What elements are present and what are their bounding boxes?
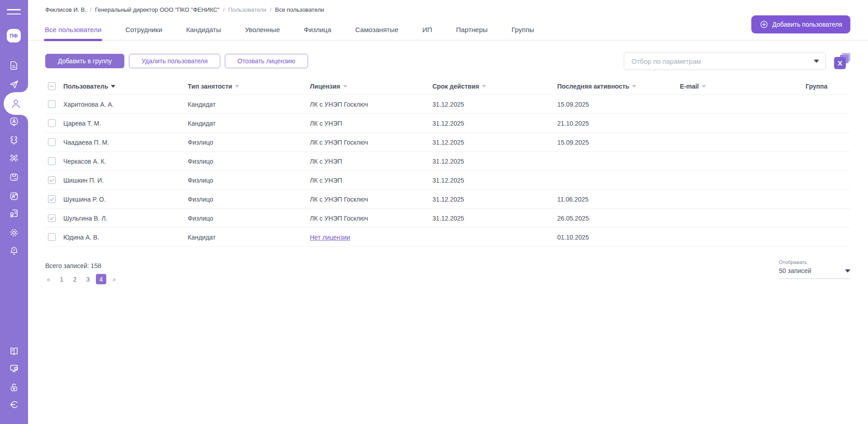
sidebar-item-integrations[interactable]: [0, 134, 28, 146]
cell-user: Юдина А. В.: [63, 234, 188, 241]
tab-partners[interactable]: Партнеры: [456, 19, 488, 40]
notifications-icon: [9, 245, 19, 256]
delete-user-button[interactable]: Удалить пользователя: [129, 54, 220, 68]
sidebar-item-logout[interactable]: [0, 398, 28, 411]
tab-ip[interactable]: ИП: [422, 19, 432, 40]
sort-icon[interactable]: [482, 85, 486, 88]
add-to-group-button[interactable]: Добавить в группу: [45, 54, 124, 68]
cell-type: Физлицо: [188, 196, 310, 203]
cell-type: Физлицо: [188, 177, 310, 184]
column-last-activity[interactable]: Последняя активность: [557, 83, 636, 90]
breadcrumb-current: Все пользователи: [275, 6, 324, 13]
page-2-button[interactable]: 2: [70, 274, 80, 284]
toolbar: Добавить в группу Удалить пользователя О…: [45, 52, 850, 70]
table-row[interactable]: Шукшина Р. О. Физлицо ЛК с УНЭП Госключ …: [45, 190, 850, 209]
records-per-page-select[interactable]: Отображать 50 записей: [779, 259, 850, 279]
column-term[interactable]: Срок действия: [432, 83, 486, 90]
sidebar-item-add-contact[interactable]: [0, 190, 28, 203]
tab-all-users[interactable]: Все пользователи: [45, 19, 101, 40]
chevron-down-icon[interactable]: [845, 269, 850, 273]
table-header-row: Пользователь Тип занятости Лицензия Срок…: [45, 78, 850, 95]
user-management-app: ПФ: [0, 0, 868, 424]
table-row[interactable]: Царева Т. М. Кандидат ЛК с УНЭП 31.12.20…: [45, 114, 850, 133]
sort-icon[interactable]: [111, 85, 115, 88]
tab-self-employed[interactable]: Самозанятые: [355, 19, 398, 40]
row-checkbox[interactable]: [48, 214, 56, 222]
page-3-button[interactable]: 3: [83, 274, 93, 284]
sidebar-item-id-badge[interactable]: [0, 115, 28, 128]
table-row[interactable]: Шишкин П. И. Физлицо ЛК с УНЭП 31.12.202…: [45, 171, 850, 190]
add-contact-icon: [9, 191, 19, 202]
tab-candidates[interactable]: Кандидаты: [186, 19, 221, 40]
page-prev-button[interactable]: «: [43, 274, 54, 284]
tab-groups[interactable]: Группы: [512, 19, 534, 40]
sort-icon[interactable]: [235, 85, 239, 88]
column-employment-type[interactable]: Тип занятости: [188, 83, 239, 90]
cell-user: Чаадаева П. М.: [63, 139, 188, 146]
table-row[interactable]: Юдина А. В. Кандидат Нет лицензии 01.10.…: [45, 228, 850, 247]
sort-icon[interactable]: [343, 85, 347, 88]
sidebar-item-notifications[interactable]: [0, 245, 28, 257]
cell-user: Черкасов А. К.: [63, 158, 188, 165]
sidebar-item-certificates[interactable]: [0, 207, 28, 220]
select-all-checkbox[interactable]: [48, 82, 56, 90]
page-1-button[interactable]: 1: [57, 274, 67, 284]
column-user[interactable]: Пользователь: [63, 83, 115, 90]
table-row[interactable]: Шульгина В. Л. Физлицо ЛК с УНЭП Госключ…: [45, 209, 850, 228]
sort-icon[interactable]: [632, 85, 636, 88]
filter-input[interactable]: [624, 52, 826, 70]
sidebar-item-documents[interactable]: [0, 59, 28, 72]
menu-icon[interactable]: [7, 9, 21, 15]
export-excel-button[interactable]: X: [834, 53, 850, 69]
app-logo[interactable]: ПФ: [7, 29, 21, 42]
page-next-button[interactable]: »: [109, 274, 119, 284]
breadcrumb: Феклисов И. В. / Генеральный директор ОО…: [45, 6, 326, 13]
row-checkbox[interactable]: [48, 100, 56, 108]
cell-license: ЛК с УНЭП Госключ: [310, 196, 432, 203]
sidebar-item-users-active[interactable]: [4, 92, 28, 115]
sidebar-item-knowledge-base[interactable]: [0, 345, 28, 358]
tab-employees[interactable]: Сотрудники: [125, 19, 162, 40]
row-checkbox[interactable]: [48, 157, 56, 165]
sidebar-item-support[interactable]: [0, 362, 28, 375]
certificate-icon: [9, 208, 19, 219]
table-row[interactable]: Черкасов А. К. Физлицо ЛК с УНЭП 31.12.2…: [45, 152, 850, 171]
sidebar-item-groups[interactable]: [0, 152, 28, 165]
revoke-license-button[interactable]: Отозвать лицензию: [225, 54, 308, 68]
no-license-link[interactable]: Нет лицензии: [310, 234, 350, 241]
table-row[interactable]: Чаадаева П. М. Физлицо ЛК с УНЭП Госключ…: [45, 133, 850, 152]
support-icon: [9, 363, 19, 374]
breadcrumb-section[interactable]: Пользователи: [228, 6, 266, 13]
excel-x-icon: X: [834, 57, 846, 69]
cell-user: Шишкин П. И.: [63, 177, 188, 184]
table-row[interactable]: Харитонова А. А. Кандидат ЛК с УНЭП Госк…: [45, 95, 850, 114]
cell-activity: 15.09.2025: [557, 139, 680, 146]
column-email[interactable]: E-mail: [680, 83, 706, 90]
cell-license: ЛК с УНЭП Госключ: [310, 215, 432, 222]
page-4-button[interactable]: 4: [96, 274, 106, 284]
sort-icon[interactable]: [702, 85, 706, 88]
row-checkbox[interactable]: [48, 233, 56, 241]
tab-dismissed[interactable]: Уволенные: [245, 19, 280, 40]
breadcrumb-company[interactable]: Генеральный директор ООО "ПКО "ФЕНИКС": [95, 6, 219, 13]
id-badge-icon: [9, 116, 19, 127]
sidebar-item-settings[interactable]: [0, 226, 28, 239]
row-checkbox[interactable]: [48, 176, 56, 184]
users-table: Пользователь Тип занятости Лицензия Срок…: [45, 78, 850, 247]
add-user-button[interactable]: Добавить пользователя: [751, 15, 850, 33]
row-checkbox[interactable]: [48, 138, 56, 146]
sidebar-item-security[interactable]: [0, 381, 28, 394]
cell-license: ЛК с УНЭП: [310, 120, 432, 127]
lock-icon: [9, 382, 19, 393]
cell-type: Кандидат: [188, 120, 310, 127]
column-license[interactable]: Лицензия: [310, 83, 347, 90]
cell-type: Кандидат: [188, 234, 310, 241]
document-icon: [9, 60, 19, 71]
row-checkbox[interactable]: [48, 195, 56, 203]
cell-activity: 21.10.2025: [557, 120, 680, 127]
sidebar-item-archive[interactable]: [0, 171, 28, 184]
breadcrumb-user[interactable]: Феклисов И. В.: [45, 6, 86, 13]
tab-individuals[interactable]: Физлица: [304, 19, 332, 40]
row-checkbox[interactable]: [48, 119, 56, 127]
cell-license: ЛК с УНЭП: [310, 177, 432, 184]
